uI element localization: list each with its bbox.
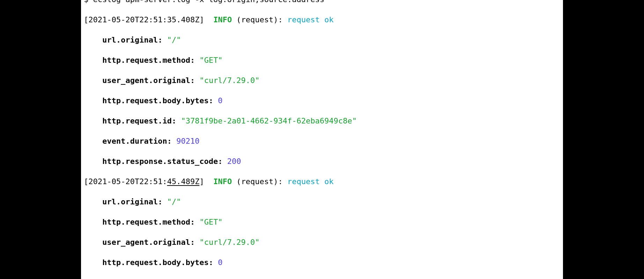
field-value: 0 <box>218 258 222 267</box>
log-field: http.request.method: "GET" <box>84 55 560 65</box>
field-key: http.request.method <box>102 218 190 226</box>
terminal-window: ecslog ⌥⌘2 $ ecslog apm-server.log -x lo… <box>81 0 563 279</box>
field-key: user_agent.original <box>102 76 190 85</box>
command-line: $ ecslog apm-server.log -x log.origin,so… <box>84 0 560 5</box>
field-value: "curl/7.29.0" <box>199 76 259 85</box>
logger-close: ): <box>273 177 287 186</box>
field-value: 90210 <box>176 137 199 145</box>
field-key: http.request.id <box>102 116 172 125</box>
logger-name: request <box>241 177 273 186</box>
field-value: 200 <box>227 157 241 166</box>
field-value: "curl/7.29.0" <box>199 238 259 247</box>
log-message: request ok <box>287 177 334 186</box>
field-key: http.request.body.bytes <box>102 96 209 105</box>
timestamp: 2021-05-20T22:51:35.408Z <box>88 15 199 24</box>
logger-open: ( <box>232 177 241 186</box>
logger-name: request <box>241 15 273 24</box>
field-key: http.request.body.bytes <box>102 258 209 267</box>
timestamp-prefix: 2021-05-20T22:51: <box>88 177 167 186</box>
log-field: http.request.body.bytes: 0 <box>84 257 560 267</box>
field-key: event.duration <box>102 137 167 145</box>
field-value: "GET" <box>199 218 222 226</box>
prompt: $ <box>84 0 93 4</box>
timestamp-open: [ <box>84 177 88 186</box>
log-field: http.request.method: "GET" <box>84 217 560 227</box>
logger-close: ): <box>273 15 287 24</box>
log-level: INFO <box>213 15 232 24</box>
log-level: INFO <box>213 177 232 186</box>
log-field: event.duration: 90210 <box>84 136 560 146</box>
field-key: url.original <box>102 197 158 206</box>
log-field: user_agent.original: "curl/7.29.0" <box>84 237 560 247</box>
field-key: http.response.status_code <box>102 157 218 166</box>
terminal-body[interactable]: $ ecslog apm-server.log -x log.origin,so… <box>81 0 563 279</box>
logger-open: ( <box>232 15 241 24</box>
log-field: http.request.body.bytes: 0 <box>84 96 560 106</box>
timestamp-close: ] <box>199 15 213 24</box>
timestamp-diff: 45.489Z <box>167 177 199 186</box>
log-header: [2021-05-20T22:51:45.489Z] INFO (request… <box>84 176 560 187</box>
field-value: "/" <box>167 36 181 44</box>
log-header: [2021-05-20T22:51:35.408Z] INFO (request… <box>84 15 560 25</box>
field-key: http.request.method <box>102 56 190 65</box>
log-field: http.response.status_code: 200 <box>84 156 560 166</box>
field-key: user_agent.original <box>102 238 190 247</box>
log-field: url.original: "/" <box>84 197 560 207</box>
log-field: http.request.id: "59676808-a1ee-449e-9c4… <box>84 278 560 279</box>
field-key: url.original <box>102 36 158 44</box>
timestamp-close: ] <box>199 177 213 186</box>
field-value: "GET" <box>199 56 222 65</box>
field-value: "3781f9be-2a01-4662-934f-62eba6949c8e" <box>181 116 357 125</box>
log-field: http.request.id: "3781f9be-2a01-4662-934… <box>84 116 560 126</box>
log-message: request ok <box>287 15 334 24</box>
log-field: user_agent.original: "curl/7.29.0" <box>84 75 560 85</box>
timestamp-open: [ <box>84 15 88 24</box>
field-value: 0 <box>218 96 222 105</box>
field-value: "/" <box>167 197 181 206</box>
log-field: url.original: "/" <box>84 35 560 45</box>
command-text: ecslog apm-server.log -x log.origin,sour… <box>93 0 324 4</box>
